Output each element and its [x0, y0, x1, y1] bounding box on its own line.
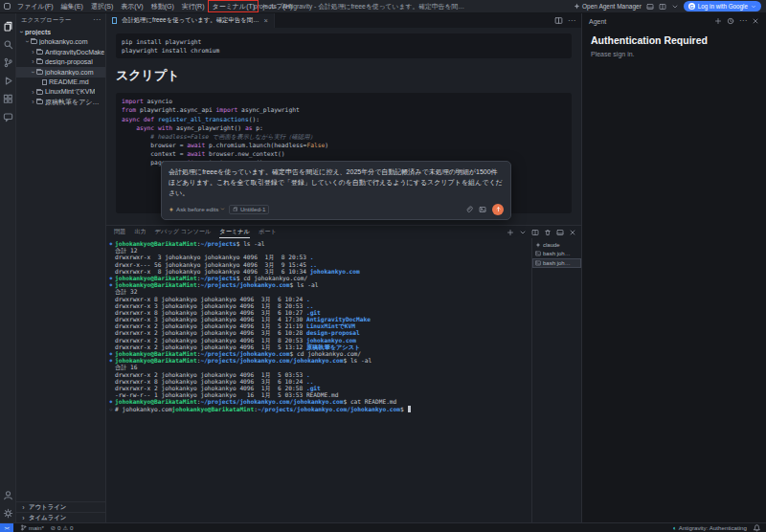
tree-item[interactable]: ›LinuxMintでKVM — [16, 87, 105, 98]
split-editor-icon[interactable] — [554, 16, 563, 25]
panel-tab[interactable]: 問題 — [114, 226, 125, 238]
files-icon — [3, 21, 13, 32]
chat-actions — [465, 204, 504, 215]
terminal-output[interactable]: ●johokankyo@BarikataMint:~/projects$ ls … — [106, 238, 531, 522]
new-terminal-icon[interactable] — [507, 229, 514, 236]
insert-image-icon[interactable] — [479, 206, 486, 213]
terminal-session[interactable]: bash joh… — [532, 250, 581, 259]
maximize-panel-icon[interactable] — [556, 229, 564, 236]
activity-search[interactable] — [3, 36, 13, 47]
editor-more-icon[interactable]: ⋯ — [568, 16, 575, 25]
menu-item[interactable]: 移動(G) — [147, 0, 178, 12]
close-panel-icon[interactable] — [569, 229, 576, 236]
activity-settings[interactable] — [3, 505, 13, 516]
command-decoration-dot — [107, 385, 115, 391]
chevron-icon: › — [30, 49, 36, 55]
menu-item[interactable]: 選択(S) — [87, 0, 117, 12]
history-icon[interactable] — [727, 17, 734, 25]
activity-account[interactable] — [3, 487, 13, 498]
tab-close-icon[interactable]: × — [262, 16, 268, 25]
antigravity-status[interactable]: ◐ Antigravity: Authenticating — [673, 524, 747, 531]
term-icon — [535, 251, 541, 256]
toggle-sidebar-icon[interactable] — [659, 3, 666, 11]
activity-extensions[interactable] — [3, 91, 13, 101]
terminal-session[interactable]: claude — [532, 240, 581, 250]
editor-tab[interactable]: 会計処理にfreeeを使っています。確定申告を間… × — [106, 13, 275, 28]
tree-item[interactable]: ›原稿執筆をアシスト — [16, 98, 105, 108]
terminal-dropdown-icon[interactable] — [519, 229, 527, 236]
menu-item[interactable]: ファイル(F) — [13, 0, 57, 12]
kill-terminal-icon[interactable] — [544, 229, 552, 236]
sparkle-icon — [535, 242, 541, 248]
title-bar: ファイル(F)編集(E)選択(S)表示(V)移動(G)実行(R)ターミナル(T)… — [0, 0, 766, 13]
command-decoration-dot — [107, 337, 115, 344]
app-logo-icon[interactable] — [4, 3, 11, 10]
tree-item[interactable]: ›johokankyo.com — [16, 67, 105, 78]
menu-item[interactable]: 実行(R) — [178, 0, 209, 12]
sidebar-section[interactable]: ›タイムライン — [16, 512, 105, 522]
panel-tab[interactable]: デバッグ コンソール — [155, 226, 212, 238]
acct-icon — [3, 490, 13, 500]
problems-indicator[interactable]: ⊘ 0 ⚠ 0 — [51, 524, 74, 531]
activity-source-control[interactable] — [3, 55, 13, 65]
chat-input-overlay[interactable]: 会計処理にfreeeを使っています。確定申告を間近に控え、2025年分で自動記帳… — [161, 161, 511, 220]
split-terminal-icon[interactable] — [531, 229, 539, 236]
folder-icon — [36, 50, 43, 55]
status-bar-right: ◐ Antigravity: Authenticating — [673, 523, 761, 532]
tree-item[interactable]: ›AntigravityDocMake — [16, 47, 105, 57]
chevron-icon: › — [30, 58, 36, 65]
panel-tab[interactable]: 出力 — [134, 226, 146, 238]
attach-file-icon[interactable] — [465, 206, 473, 213]
agent-panel-header: Agent ⋯ — [582, 13, 766, 29]
command-decoration-dot: ● — [107, 350, 115, 357]
agent-more-icon[interactable]: ⋯ — [739, 17, 747, 25]
command-decoration-dot: ● — [107, 398, 115, 405]
activity-agent-chat[interactable] — [3, 109, 13, 120]
new-chat-icon[interactable] — [714, 17, 722, 25]
tab-bar-actions: ⋯ — [554, 13, 581, 28]
chat-message-text: 会計処理にfreeeを使っています。確定申告を間近に控え、2025年分で自動記帳… — [169, 167, 504, 199]
tree-item[interactable]: README.md — [16, 78, 105, 88]
branch-icon — [20, 524, 27, 531]
remote-indicator[interactable]: >< — [0, 523, 13, 532]
mode-chevron-icon — [220, 207, 225, 211]
menu-item[interactable]: 表示(V) — [117, 0, 146, 12]
git-icon — [3, 57, 13, 68]
folder-icon — [31, 39, 37, 44]
close-agent-panel-icon[interactable] — [752, 17, 759, 25]
terminal-session[interactable]: bash joh… — [532, 258, 581, 268]
branch-indicator[interactable]: main* — [20, 524, 44, 531]
command-decoration-dot — [107, 288, 115, 295]
activity-bar — [0, 13, 16, 522]
attachment-chip[interactable]: Untitled-1 — [229, 205, 269, 214]
tree-item[interactable]: ›design-proposal — [16, 57, 105, 68]
mode-selector[interactable]: Ask before edits — [169, 206, 225, 212]
authenticating-label: Antigravity: Authenticating — [679, 524, 747, 531]
menu-item[interactable]: 編集(E) — [57, 0, 87, 12]
command-decoration-dot — [107, 309, 115, 316]
customize-layout-chevron-icon[interactable] — [671, 3, 679, 11]
login-google-button[interactable]: G Log in with Google — [684, 1, 761, 11]
mode-label: Ask before edits — [176, 206, 218, 212]
activity-bar-top — [3, 18, 13, 120]
open-agent-manager-button[interactable]: Open Agent Manager — [574, 3, 642, 10]
explorer-more-icon[interactable]: ⋯ — [93, 17, 101, 23]
attachment-label: Untitled-1 — [240, 206, 265, 212]
tree-item[interactable]: ›johokankyo.com — [16, 37, 105, 48]
menu-item[interactable]: ヘルプ(H) — [259, 0, 296, 12]
activity-bar-bottom — [3, 487, 13, 516]
activity-run-debug[interactable] — [3, 73, 13, 83]
open-agent-manager-label: Open Agent Manager — [582, 3, 642, 10]
panel-tab[interactable]: ターミナル — [219, 226, 250, 238]
menu-item[interactable]: ターミナル(T) — [208, 0, 259, 12]
toggle-panel-icon[interactable] — [646, 3, 654, 11]
notifications-bell-icon[interactable] — [753, 523, 761, 532]
agent-panel: Agent ⋯ Authentication Required Please s… — [581, 13, 766, 522]
send-button[interactable] — [492, 204, 504, 215]
tree-item[interactable]: ›projects — [16, 27, 105, 37]
command-decoration-dot — [107, 254, 115, 260]
sidebar-section[interactable]: ›アウトライン — [16, 501, 105, 512]
panel-tab[interactable]: ポート — [259, 226, 277, 238]
ext-icon — [3, 94, 13, 104]
activity-explorer[interactable] — [3, 18, 13, 29]
